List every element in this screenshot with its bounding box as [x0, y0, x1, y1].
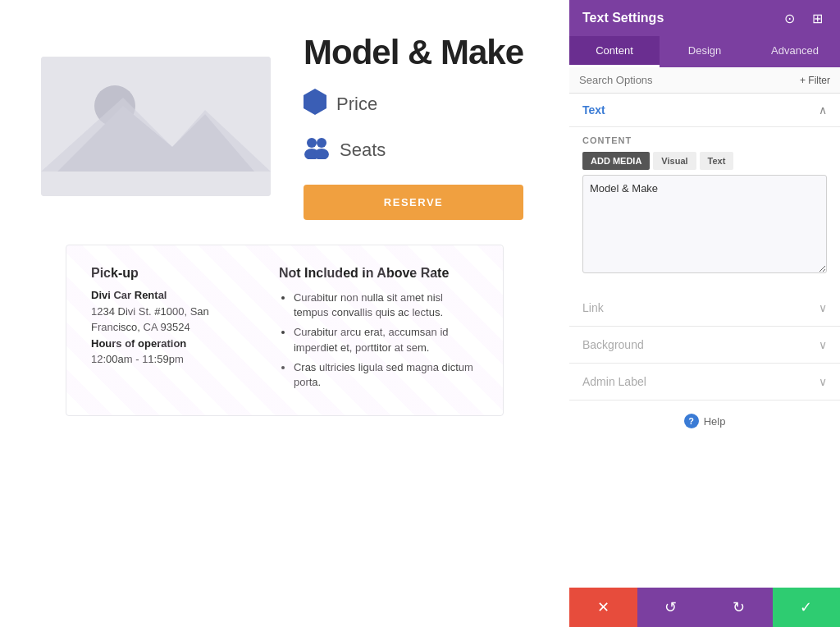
undo-button[interactable]: ↺ [637, 588, 705, 627]
search-input[interactable] [579, 74, 793, 86]
not-included-heading: Not Included in Above Rate [279, 266, 478, 281]
pickup-heading: Pick-up [91, 266, 230, 281]
grid-icon[interactable]: ⊞ [807, 8, 827, 28]
admin-label-chevron: ∨ [819, 375, 827, 388]
admin-label-section-title: Admin Label [582, 375, 646, 388]
background-section-chevron: ∨ [819, 338, 827, 351]
tab-advanced[interactable]: Advanced [750, 36, 840, 67]
not-included-list: Curabitur non nulla sit amet nisl tempus… [279, 291, 478, 390]
reserve-button[interactable]: RESERVE [304, 185, 523, 220]
text-mode-button[interactable]: Text [700, 152, 734, 170]
help-row[interactable]: ? Help [569, 400, 840, 442]
not-included-col: Not Included in Above Rate Curabitur non… [279, 266, 478, 395]
settings-panel: Text Settings ⊙ ⊞ Content Design Advance… [569, 0, 840, 627]
visual-button[interactable]: Visual [653, 152, 696, 170]
price-label: Price [336, 94, 377, 115]
car-image [41, 57, 271, 196]
redo-button[interactable]: ↻ [705, 588, 773, 627]
price-icon [304, 89, 326, 120]
editor-textarea[interactable]: Model & Make [582, 175, 827, 273]
background-section-header[interactable]: Background ∨ [569, 327, 840, 364]
background-section-title: Background [582, 338, 644, 351]
panel-header-icons: ⊙ ⊞ [779, 8, 827, 28]
svg-point-4 [307, 138, 317, 148]
tab-design[interactable]: Design [660, 36, 750, 67]
admin-label-section-header[interactable]: Admin Label ∨ [569, 364, 840, 400]
list-item: Curabitur non nulla sit amet nisl tempus… [294, 291, 478, 320]
cancel-button[interactable]: ✕ [569, 588, 637, 627]
link-section-chevron: ∨ [819, 301, 827, 314]
panel-tabs: Content Design Advanced [569, 36, 840, 67]
pickup-address: 1234 Divi St. #1000, San Francisco, CA 9… [91, 304, 230, 336]
panel-body: Text ∧ Content ADD MEDIA Visual Text Mod… [569, 94, 840, 588]
text-section-chevron-up: ∧ [819, 103, 827, 117]
car-info: Model & Make Price [304, 33, 523, 220]
panel-footer: ✕ ↺ ↻ ✓ [569, 588, 840, 627]
car-card: Model & Make Price [16, 16, 553, 441]
filter-button[interactable]: + Filter [800, 75, 830, 86]
pickup-hours: 12:00am - 11:59pm [91, 351, 230, 368]
price-feature: Price [304, 89, 523, 120]
editor-toolbar: ADD MEDIA Visual Text [582, 152, 827, 170]
car-top: Model & Make Price [41, 33, 523, 220]
seats-icon [304, 136, 330, 164]
seats-label: Seats [340, 140, 386, 161]
preview-area: Model & Make Price [0, 0, 569, 627]
list-item: Cras ultricies ligula sed magna dictum p… [294, 360, 478, 390]
tab-content[interactable]: Content [569, 36, 660, 67]
seats-feature: Seats [304, 136, 523, 164]
help-icon: ? [684, 414, 699, 428]
link-section-title: Link [582, 301, 604, 314]
pickup-hours-label: Hours of operation [91, 336, 230, 352]
pickup-section: Pick-up Divi Car Rental 1234 Divi St. #1… [66, 245, 504, 416]
text-section-content: Content ADD MEDIA Visual Text Model & Ma… [569, 127, 840, 290]
svg-rect-0 [41, 57, 271, 196]
link-section-header[interactable]: Link ∨ [569, 290, 840, 327]
pickup-company: Divi Car Rental [91, 287, 230, 304]
text-section-title: Text [582, 103, 605, 117]
help-label: Help [704, 415, 726, 428]
add-media-button[interactable]: ADD MEDIA [582, 152, 650, 170]
panel-header: Text Settings ⊙ ⊞ [569, 0, 840, 36]
search-row: + Filter [569, 67, 840, 94]
list-item: Curabitur arcu erat, accumsan id imperdi… [294, 325, 478, 355]
text-section-header[interactable]: Text ∧ [569, 94, 840, 127]
pickup-col: Pick-up Divi Car Rental 1234 Divi St. #1… [91, 266, 230, 395]
focus-icon[interactable]: ⊙ [779, 8, 799, 28]
content-label: Content [582, 135, 827, 145]
svg-point-5 [317, 138, 326, 148]
car-title: Model & Make [304, 33, 523, 72]
panel-title: Text Settings [582, 11, 664, 25]
save-button[interactable]: ✓ [773, 588, 841, 627]
